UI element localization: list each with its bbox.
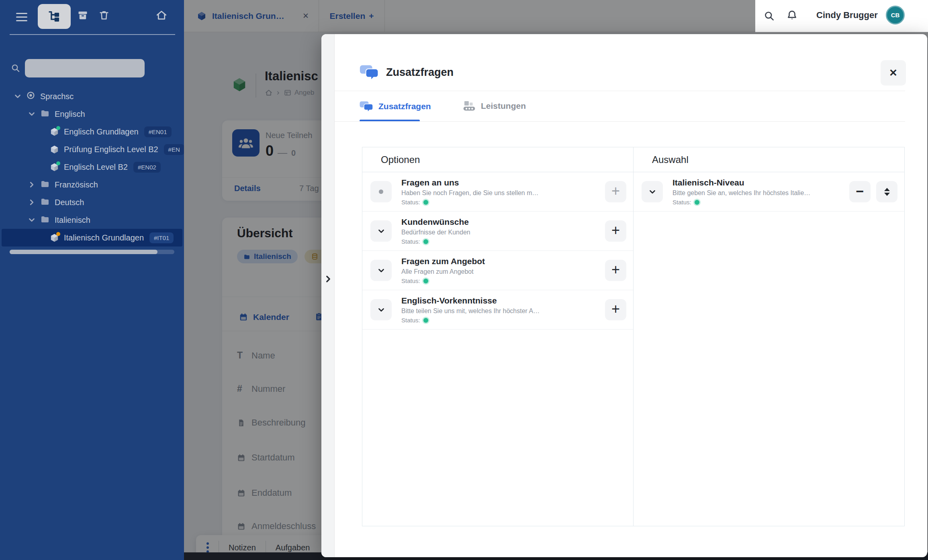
option-row: Fragen zum Angebot Alle Fragen zum Angeb… <box>362 251 633 290</box>
option-title: Italienisch-Niveau <box>672 178 849 187</box>
package-icon <box>50 145 59 154</box>
sort-down-icon <box>884 193 890 196</box>
option-description: Haben Sie noch Fragen, die Sie uns stell… <box>401 189 605 197</box>
add-option-button[interactable]: + <box>605 181 626 202</box>
status-dot-green <box>423 279 428 283</box>
option-title: Kundenwünsche <box>401 217 605 227</box>
tab-leistungen[interactable]: Leistungen <box>463 100 526 112</box>
chevron-right-icon[interactable] <box>27 198 36 207</box>
package-icon <box>50 233 59 242</box>
scrollbar-thumb[interactable] <box>10 250 157 254</box>
tree-item-label: Prüfung Englisch Level B2 <box>64 145 158 154</box>
status-dot-orange <box>56 232 60 236</box>
folder-icon <box>40 197 50 208</box>
tree-item-folder[interactable]: Italienisch <box>0 211 184 229</box>
tree-item-label: Sprachsc <box>40 92 74 101</box>
option-status: Status: <box>401 199 605 206</box>
conveyor-icon <box>463 100 476 112</box>
option-status: Status: <box>401 317 605 324</box>
reorder-button[interactable] <box>876 181 897 202</box>
close-modal-button[interactable]: ✕ <box>881 60 906 86</box>
tab-zusatzfragen[interactable]: Zusatzfragen <box>360 100 431 112</box>
tree-item-label: Englisch Grundlagen <box>64 127 139 136</box>
expand-panel-button[interactable] <box>323 272 333 286</box>
notifications-icon[interactable] <box>786 10 798 23</box>
option-description: Alle Fragen zum Angebot <box>401 268 605 275</box>
course-code-badge: #EN <box>164 144 184 155</box>
add-option-button[interactable]: + <box>605 220 626 242</box>
expand-option-button[interactable] <box>370 260 392 281</box>
sidebar-toolbar <box>0 0 184 35</box>
tree-item-course-selected[interactable]: Italienisch Grundlagen #IT01 <box>2 229 182 246</box>
option-description: Bitte geben Sie an, welches Ihr höchstes… <box>672 189 849 197</box>
add-option-button[interactable]: + <box>605 260 626 281</box>
modal-side-strip <box>321 34 335 557</box>
avatar[interactable]: CB <box>886 6 905 24</box>
tree-item-folder[interactable]: Französisch <box>0 176 184 193</box>
course-code-badge: #EN02 <box>133 162 161 173</box>
option-status: Status: <box>401 277 605 284</box>
tree-item-label: Englisch Level B2 <box>64 163 128 172</box>
option-title: Englisch-Vorkenntnisse <box>401 296 605 305</box>
transfer-panels: Optionen Fragen an uns Haben Sie noch Fr… <box>362 147 905 526</box>
option-title: Fragen an uns <box>401 178 605 187</box>
option-bullet <box>370 181 392 202</box>
status-dot-green <box>56 161 60 165</box>
app-screen: Sprachsc Englisch Englisch Grundlagen #E… <box>0 0 928 560</box>
chevron-down-icon[interactable] <box>27 110 36 118</box>
expand-option-button[interactable] <box>370 299 392 320</box>
status-dot-green <box>423 318 428 323</box>
target-icon <box>26 91 35 102</box>
option-text: Kundenwünsche Bedürfnisse der Kunden Sta… <box>401 217 605 245</box>
tree-view-button[interactable] <box>38 4 71 29</box>
chevron-down-icon[interactable] <box>13 92 22 101</box>
tree-item-folder[interactable]: Englisch <box>0 105 184 123</box>
option-row: Fragen an uns Haben Sie noch Fragen, die… <box>362 172 633 212</box>
user-name[interactable]: Cindy Brugger <box>816 10 878 20</box>
sidebar-divider <box>10 34 175 35</box>
course-code-badge: #IT01 <box>149 232 174 243</box>
divider <box>335 121 905 122</box>
status-dot-green <box>423 239 428 244</box>
option-status: Status: <box>672 199 849 206</box>
selection-header: Auswahl <box>634 147 904 172</box>
expand-option-button[interactable] <box>642 181 663 202</box>
sidebar-search-input[interactable] <box>25 59 145 77</box>
tree-item-course[interactable]: Prüfung Englisch Level B2 #EN <box>0 141 184 158</box>
horizontal-scrollbar[interactable] <box>10 250 174 254</box>
option-title: Fragen zum Angebot <box>401 257 605 266</box>
tree-item-root[interactable]: Sprachsc <box>0 88 184 105</box>
sidebar: Sprachsc Englisch Englisch Grundlagen #E… <box>0 0 184 560</box>
package-icon <box>50 163 59 172</box>
option-text: Fragen an uns Haben Sie noch Fragen, die… <box>401 178 605 206</box>
tree-item-label: Italienisch Grundlagen <box>64 233 144 242</box>
option-text: Italienisch-Niveau Bitte geben Sie an, w… <box>672 178 849 206</box>
expand-option-button[interactable] <box>370 220 392 242</box>
home-icon[interactable] <box>156 10 167 22</box>
sort-up-icon <box>884 188 890 191</box>
option-description: Bedürfnisse der Kunden <box>401 229 605 236</box>
menu-icon[interactable] <box>16 13 27 21</box>
remove-option-button[interactable]: − <box>849 181 871 202</box>
tree-item-course[interactable]: Englisch Level B2 #EN02 <box>0 158 184 176</box>
tree-item-label: Italienisch <box>55 216 90 225</box>
add-option-button[interactable]: + <box>605 299 626 320</box>
options-panel: Optionen Fragen an uns Haben Sie noch Fr… <box>362 147 633 526</box>
chevron-down-icon[interactable] <box>27 216 36 224</box>
search-icon[interactable] <box>764 10 775 23</box>
options-header: Optionen <box>362 147 633 172</box>
chevron-right-icon <box>323 272 333 286</box>
chevron-down-icon <box>377 227 386 236</box>
tree-item-course[interactable]: Englisch Grundlagen #EN01 <box>0 123 184 141</box>
status-dot-green <box>695 200 699 205</box>
tree-icon <box>47 10 61 23</box>
folder-icon <box>40 214 50 226</box>
chat-bubbles-icon <box>360 100 373 112</box>
tree-item-folder[interactable]: Deutsch <box>0 193 184 211</box>
trash-icon[interactable] <box>98 10 110 22</box>
chevron-down-icon <box>377 305 386 314</box>
divider <box>335 91 905 91</box>
status-dot-green <box>56 126 60 130</box>
archive-icon[interactable] <box>77 10 88 22</box>
chevron-right-icon[interactable] <box>27 180 36 189</box>
